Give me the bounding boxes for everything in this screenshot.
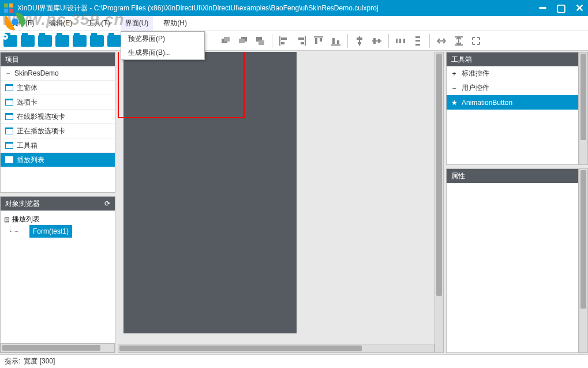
toolbox-row-label: 用户控件 (462, 83, 489, 93)
project-tree: − SkinResDemo 主窗体 选项卡 在线影视选项卡 正在播放 (1, 66, 115, 167)
canvas-scrollbar-h[interactable] (118, 344, 435, 353)
toolbar-separator (347, 34, 348, 48)
project-panel-title: 项目 (5, 55, 19, 65)
project-item-label: SkinResDemo (14, 69, 59, 77)
svg-rect-15 (298, 37, 304, 40)
svg-rect-29 (396, 39, 398, 43)
align-center-h-icon[interactable] (351, 33, 368, 49)
toolbar-save-icon[interactable] (37, 33, 53, 49)
svg-rect-28 (378, 39, 380, 43)
object-browser-header: 对象浏览器 ⟳ (1, 197, 115, 211)
project-panel-header: 项目 (1, 52, 115, 66)
toolbox-scrollbar-v[interactable] (579, 52, 588, 165)
app-icon (3, 3, 14, 13)
toolbar-folder7-icon[interactable] (106, 33, 122, 49)
project-item-toolbox[interactable]: 工具箱 (1, 138, 115, 153)
toolbar-separator (272, 34, 272, 48)
project-item-root[interactable]: − SkinResDemo (1, 66, 115, 81)
project-item-label: 正在播放选项卡 (17, 126, 65, 136)
file-icon (5, 156, 13, 163)
maximize-button[interactable]: ▢ (556, 3, 566, 13)
star-icon: ★ (451, 99, 457, 107)
browser-child-item[interactable]: Form(test1) (29, 225, 72, 238)
toolbar-layer2-icon[interactable] (235, 33, 251, 49)
titlebar: XinDUI界面库UI设计器 - C:\Program Files (x86)\… (0, 0, 588, 16)
menubar: 文件(F) 编辑(E) 工具(T) 界面(U) 帮助(H) (0, 16, 588, 31)
menu-preview-ui[interactable]: 预览界面(P) (121, 32, 204, 46)
menu-ui[interactable]: 界面(U) (121, 16, 153, 31)
project-item-label: 主窗体 (17, 83, 38, 93)
distribute-v-icon[interactable] (410, 33, 426, 49)
svg-rect-21 (332, 38, 335, 44)
browser-root-item[interactable]: ⊟ 播放列表 (4, 213, 111, 226)
same-width-icon[interactable] (433, 33, 450, 49)
file-icon (5, 84, 13, 91)
project-panel: 项目 − SkinResDemo 主窗体 选项卡 在线影视选项卡 (0, 52, 115, 193)
toolbox-panel: 工具箱 + 标准控件 − 用户控件 ★ AnimationButton (446, 52, 579, 165)
right-column: 工具箱 + 标准控件 − 用户控件 ★ AnimationButton (445, 51, 588, 354)
distribute-h-icon[interactable] (392, 33, 409, 49)
status-width-value: 宽度 [300] (24, 356, 55, 366)
menu-help[interactable]: 帮助(H) (159, 16, 192, 31)
browser-child-row: Form(test1) (4, 226, 111, 235)
tree-line (10, 226, 18, 232)
menu-tools[interactable]: 工具(T) (83, 16, 114, 31)
toolbox-standard-controls[interactable]: + 标准控件 (447, 66, 578, 81)
align-right-icon[interactable] (293, 33, 309, 49)
canvas-scrollbar-v[interactable] (435, 52, 444, 353)
window-title: XinDUI界面库UI设计器 - C:\Program Files (x86)\… (17, 3, 537, 13)
svg-rect-32 (415, 36, 420, 38)
expand-icon: + (451, 70, 457, 78)
align-left-icon[interactable] (276, 33, 292, 49)
toolbar-layer3-icon[interactable] (252, 33, 268, 49)
menu-edit[interactable]: 编辑(E) (44, 16, 77, 31)
project-item-playing[interactable]: 正在播放选项卡 (1, 124, 115, 138)
main-area: 项目 − SkinResDemo 主窗体 选项卡 在线影视选项卡 (0, 51, 588, 354)
center-column (117, 51, 445, 354)
close-button[interactable]: ✕ (574, 3, 585, 13)
object-browser-body: ⊟ 播放列表 Form(test1) (1, 211, 115, 238)
same-size-icon[interactable] (468, 33, 484, 49)
same-height-icon[interactable] (451, 33, 467, 49)
project-item-tab[interactable]: 选项卡 (1, 95, 115, 110)
properties-scrollbar-v[interactable] (579, 168, 588, 353)
menu-generate-ui[interactable]: 生成界面(B)... (121, 46, 204, 59)
project-item-label: 工具箱 (17, 141, 38, 151)
file-icon (5, 99, 13, 106)
project-item-playlist[interactable]: 播放列表 (1, 153, 115, 167)
toolbox-animation-button[interactable]: ★ AnimationButton (447, 95, 578, 110)
project-item-mainform[interactable]: 主窗体 (1, 81, 115, 95)
menu-file[interactable]: 文件(F) (7, 16, 39, 31)
properties-title: 属性 (451, 171, 465, 181)
project-item-online[interactable]: 在线影视选项卡 (1, 110, 115, 124)
browser-scrollbar-h[interactable] (1, 343, 115, 352)
align-top-icon[interactable] (310, 33, 327, 49)
window-controls: ━ ▢ ✕ (537, 3, 585, 13)
toolbar-folder6-icon[interactable] (89, 33, 105, 49)
toolbar-folder5-icon[interactable] (72, 33, 88, 49)
project-item-label: 在线影视选项卡 (17, 112, 65, 122)
toolbar-open-icon[interactable] (20, 33, 36, 49)
project-item-label: 选项卡 (17, 97, 38, 107)
toolbar-saveall-icon[interactable] (54, 33, 70, 49)
svg-rect-10 (259, 40, 264, 45)
refresh-icon[interactable]: ⟳ (104, 200, 110, 208)
toolbar-layer1-icon[interactable] (218, 33, 234, 49)
toolbar-new-icon[interactable]: + (2, 33, 18, 49)
svg-rect-24 (357, 37, 362, 40)
align-center-v-icon[interactable] (369, 33, 385, 49)
toolbox-row-label: 标准控件 (462, 69, 489, 78)
file-icon (5, 127, 13, 134)
toolbox-row-label: AnimationButton (462, 99, 512, 107)
toolbox-user-controls[interactable]: − 用户控件 (447, 81, 578, 95)
project-item-label: 播放列表 (17, 155, 44, 165)
minimize-button[interactable]: ━ (537, 3, 548, 13)
svg-rect-0 (4, 3, 8, 7)
ui-dropdown-menu: 预览界面(P) 生成界面(B)... (121, 31, 205, 60)
svg-rect-22 (337, 40, 339, 44)
properties-panel: 属性 (446, 168, 579, 353)
highlight-box (118, 52, 245, 118)
collapse-icon: − (451, 84, 457, 92)
design-canvas[interactable] (123, 52, 297, 333)
align-bottom-icon[interactable] (328, 33, 344, 49)
